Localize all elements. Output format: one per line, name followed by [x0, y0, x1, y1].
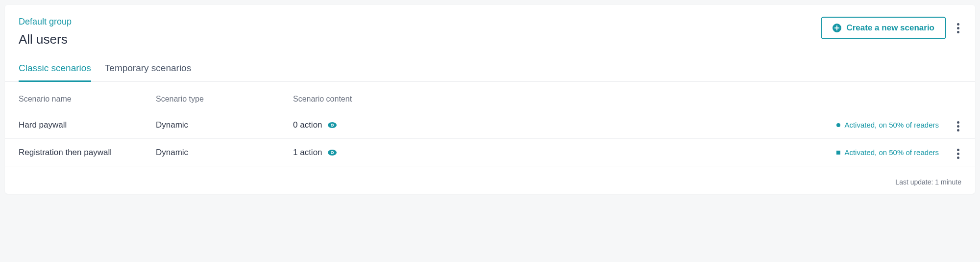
- scenario-name: Hard paywall: [19, 120, 156, 130]
- eye-icon[interactable]: [327, 122, 337, 129]
- scenario-type: Dynamic: [156, 148, 293, 157]
- scenario-content: 0 action: [293, 120, 802, 130]
- status-text: Activated, on 50% of readers: [844, 148, 939, 157]
- table-header: Scenario name Scenario type Scenario con…: [5, 82, 975, 111]
- status-badge: Activated, on 50% of readers: [836, 148, 939, 157]
- col-type: Scenario type: [156, 95, 293, 104]
- tabs: Classic scenarios Temporary scenarios: [5, 63, 975, 82]
- row-menu-button[interactable]: [955, 147, 961, 161]
- last-update: Last update: 1 minute: [5, 166, 975, 194]
- table-row[interactable]: Hard paywall Dynamic 0 action Activated,…: [5, 111, 975, 139]
- status-text: Activated, on 50% of readers: [844, 121, 939, 129]
- scenario-content-text: 0 action: [293, 120, 322, 130]
- scenarios-card: Default group All users Create a new sce…: [5, 5, 975, 194]
- page-title: All users: [19, 32, 72, 47]
- card-header: Default group All users Create a new sce…: [5, 17, 975, 47]
- svg-point-5: [331, 152, 333, 153]
- header-left: Default group All users: [19, 17, 72, 47]
- scenario-content: 1 action: [293, 148, 802, 157]
- create-scenario-label: Create a new scenario: [846, 23, 934, 33]
- card-menu-button[interactable]: [955, 21, 961, 35]
- status-badge: Activated, on 50% of readers: [836, 121, 939, 129]
- status-square-icon: [836, 151, 840, 155]
- col-name: Scenario name: [19, 95, 156, 104]
- create-scenario-button[interactable]: Create a new scenario: [821, 17, 946, 39]
- svg-point-2: [331, 124, 333, 126]
- eye-icon[interactable]: [327, 149, 337, 156]
- row-kebab-wrap: [955, 144, 961, 161]
- tab-classic-scenarios[interactable]: Classic scenarios: [19, 63, 91, 81]
- plus-circle-icon: [833, 24, 841, 32]
- status-dot-icon: [836, 123, 840, 127]
- scenario-type: Dynamic: [156, 120, 293, 130]
- row-kebab-wrap: [955, 116, 961, 133]
- header-actions: Create a new scenario: [821, 17, 961, 39]
- col-content: Scenario content: [293, 95, 802, 104]
- breadcrumb-group[interactable]: Default group: [19, 17, 72, 27]
- table-row[interactable]: Registration then paywall Dynamic 1 acti…: [5, 139, 975, 166]
- scenario-name: Registration then paywall: [19, 148, 156, 157]
- tab-temporary-scenarios[interactable]: Temporary scenarios: [105, 63, 191, 81]
- row-menu-button[interactable]: [955, 119, 961, 133]
- scenario-content-text: 1 action: [293, 148, 322, 157]
